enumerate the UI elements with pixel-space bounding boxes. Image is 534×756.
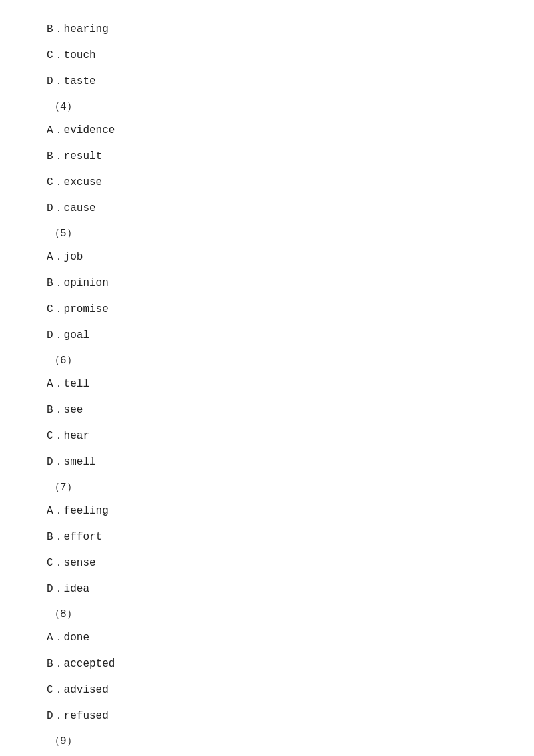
- option-4a: A．evidence: [47, 121, 487, 140]
- option-6c: C．hear: [47, 427, 487, 446]
- section-5-number: （5）: [47, 224, 487, 244]
- option-4b: B．result: [47, 147, 487, 166]
- option-8c: C．advised: [47, 681, 487, 700]
- option-b-hearing: B．hearing: [47, 20, 487, 39]
- section-9-number: （9）: [47, 732, 487, 751]
- option-7d: D．idea: [47, 580, 487, 599]
- option-4d: D．cause: [47, 199, 487, 218]
- option-8b: B．accepted: [47, 654, 487, 674]
- option-d-taste: D．taste: [47, 72, 487, 91]
- option-5d: D．goal: [47, 326, 487, 345]
- option-7b: B．effort: [47, 528, 487, 547]
- option-6b: B．see: [47, 401, 487, 420]
- option-5a: A．job: [47, 248, 487, 267]
- page-content: B．hearing C．touch D．taste （4） A．evidence…: [0, 0, 534, 756]
- option-6d: D．smell: [47, 453, 487, 472]
- section-7-number: （7）: [47, 478, 487, 498]
- section-4-number: （4）: [47, 98, 487, 117]
- option-5c: C．promise: [47, 300, 487, 319]
- section-6-number: （6）: [47, 351, 487, 371]
- option-8d: D．refused: [47, 707, 487, 726]
- option-6a: A．tell: [47, 375, 487, 394]
- section-8-number: （8）: [47, 605, 487, 624]
- option-7c: C．sense: [47, 554, 487, 573]
- option-4c: C．excuse: [47, 173, 487, 192]
- option-8a: A．done: [47, 628, 487, 648]
- option-7a: A．feeling: [47, 502, 487, 521]
- option-5b: B．opinion: [47, 274, 487, 293]
- option-c-touch: C．touch: [47, 46, 487, 65]
